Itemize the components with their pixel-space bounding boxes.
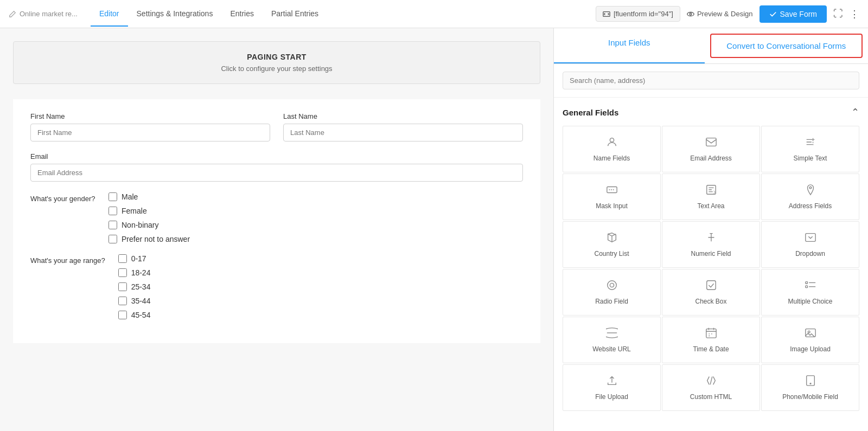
first-name-input[interactable]	[30, 124, 270, 141]
field-address-label: Address Fields	[789, 202, 832, 210]
gender-option-male[interactable]: Male	[108, 192, 190, 201]
field-multiple-choice[interactable]: Multiple Choice	[761, 269, 859, 316]
field-simple-text-label: Simple Text	[794, 155, 827, 162]
multiple-choice-icon	[805, 279, 816, 293]
last-name-field: Last Name	[283, 112, 523, 141]
gender-checkbox-female[interactable]	[108, 207, 117, 215]
email-icon	[705, 136, 717, 150]
field-name-fields[interactable]: Name Fields	[563, 126, 661, 172]
panel-body: General Fields ⌃ Name Fields Email Addre	[554, 98, 868, 431]
field-simple-text[interactable]: Simple Text	[761, 126, 859, 172]
svg-rect-13	[805, 286, 807, 288]
gender-option-female[interactable]: Female	[108, 207, 190, 215]
age-option-25-34[interactable]: 25-34	[118, 282, 151, 291]
field-phone[interactable]: Phone/Mobile Field	[761, 364, 859, 411]
form-section: First Name Last Name Email What's your g…	[13, 99, 540, 343]
tab-convert[interactable]: Convert to Conversational Forms	[710, 34, 863, 58]
field-radio[interactable]: Radio Field	[563, 269, 661, 316]
svg-point-16	[808, 331, 810, 333]
email-input[interactable]	[30, 164, 523, 182]
country-icon	[606, 231, 618, 246]
age-option-35-44[interactable]: 35-44	[118, 297, 151, 305]
age-checkbox-0-17[interactable]	[118, 254, 127, 263]
gender-option-nonbinary[interactable]: Non-binary	[108, 221, 190, 229]
section-title: General Fields	[563, 108, 618, 117]
age-options: 0-17 18-24 25-34 35-44 45-54	[118, 254, 151, 319]
field-custom-html[interactable]: Custom HTML	[662, 364, 760, 411]
field-numeric[interactable]: Numeric Field	[662, 221, 760, 268]
preview-button[interactable]: Preview & Design	[687, 10, 753, 18]
gender-question-label: What's your gender?	[30, 192, 95, 243]
field-image-upload[interactable]: Image Upload	[761, 317, 859, 363]
field-website-url[interactable]: Website URL	[563, 317, 661, 363]
gender-option-prefer[interactable]: Prefer not to answer	[108, 235, 190, 243]
name-icon	[606, 136, 618, 150]
field-name-label: Name Fields	[593, 155, 630, 162]
shortcode-button[interactable]: [fluentform id="94"]	[596, 6, 680, 22]
tab-entries[interactable]: Entries	[221, 2, 263, 27]
field-mask-input[interactable]: Mask Input	[563, 173, 661, 220]
section-toggle[interactable]: ⌃	[851, 106, 859, 118]
phone-icon	[805, 375, 816, 389]
eye-icon	[687, 10, 694, 18]
tab-partial-entries[interactable]: Partial Entries	[263, 2, 327, 27]
email-row: Email	[30, 152, 523, 182]
field-file-upload[interactable]: File Upload	[563, 364, 661, 411]
save-label: Save Form	[780, 10, 817, 18]
field-numeric-label: Numeric Field	[691, 250, 731, 258]
age-checkbox-45-54[interactable]	[118, 311, 127, 319]
field-time-date[interactable]: Time & Date	[662, 317, 760, 363]
svg-rect-11	[706, 281, 716, 290]
page-title-text: Online market re...	[20, 10, 78, 18]
age-option-45-54[interactable]: 45-54	[118, 311, 151, 319]
svg-point-10	[610, 283, 614, 287]
more-options-button[interactable]: ⋮	[850, 8, 859, 20]
shortcode-icon	[603, 10, 610, 18]
field-datetime-label: Time & Date	[693, 345, 729, 353]
checkbox-icon	[705, 279, 717, 293]
age-option-18-24[interactable]: 18-24	[118, 268, 151, 277]
right-panel: Input Fields Convert to Conversational F…	[553, 28, 868, 431]
svg-rect-12	[805, 282, 807, 284]
field-email-address[interactable]: Email Address	[662, 126, 760, 172]
svg-rect-14	[706, 329, 716, 338]
gender-checkbox-prefer[interactable]	[108, 235, 117, 243]
field-url-label: Website URL	[592, 345, 630, 353]
field-text-area[interactable]: Text Area	[662, 173, 760, 220]
edit-icon	[9, 10, 16, 18]
section-header: General Fields ⌃	[563, 106, 859, 118]
textarea-icon	[705, 184, 717, 198]
field-country-list[interactable]: Country List	[563, 221, 661, 268]
svg-point-17	[810, 383, 811, 384]
field-address-fields[interactable]: Address Fields	[761, 173, 859, 220]
main-layout: PAGING START Click to configure your ste…	[0, 28, 868, 431]
field-file-upload-label: File Upload	[595, 393, 628, 401]
tab-settings[interactable]: Settings & Integrations	[128, 2, 222, 27]
tab-editor[interactable]: Editor	[91, 2, 128, 27]
numeric-icon	[705, 231, 717, 246]
field-image-upload-label: Image Upload	[790, 345, 831, 353]
field-dropdown[interactable]: Dropdown	[761, 221, 859, 268]
svg-point-3	[610, 138, 614, 142]
mask-icon	[606, 184, 618, 198]
save-button[interactable]: Save Form	[760, 5, 827, 23]
gender-checkbox-nonbinary[interactable]	[108, 221, 117, 229]
paging-start-banner[interactable]: PAGING START Click to configure your ste…	[13, 41, 540, 84]
first-name-label: First Name	[30, 112, 270, 120]
check-icon	[769, 10, 777, 18]
age-checkbox-18-24[interactable]	[118, 268, 127, 277]
name-row: First Name Last Name	[30, 112, 523, 141]
last-name-label: Last Name	[283, 112, 523, 120]
field-checkbox[interactable]: Check Box	[662, 269, 760, 316]
fullscreen-button[interactable]: ⛶	[833, 8, 843, 20]
field-search-input[interactable]	[563, 72, 859, 89]
age-option-0-17[interactable]: 0-17	[118, 254, 151, 263]
dropdown-icon	[805, 231, 816, 246]
tab-input-fields[interactable]: Input Fields	[554, 28, 705, 63]
age-checkbox-25-34[interactable]	[118, 282, 127, 291]
last-name-input[interactable]	[283, 124, 523, 141]
nav-left: Online market re... Editor Settings & In…	[9, 2, 327, 27]
email-label: Email	[30, 152, 523, 160]
age-checkbox-35-44[interactable]	[118, 297, 127, 305]
gender-checkbox-male[interactable]	[108, 192, 117, 201]
